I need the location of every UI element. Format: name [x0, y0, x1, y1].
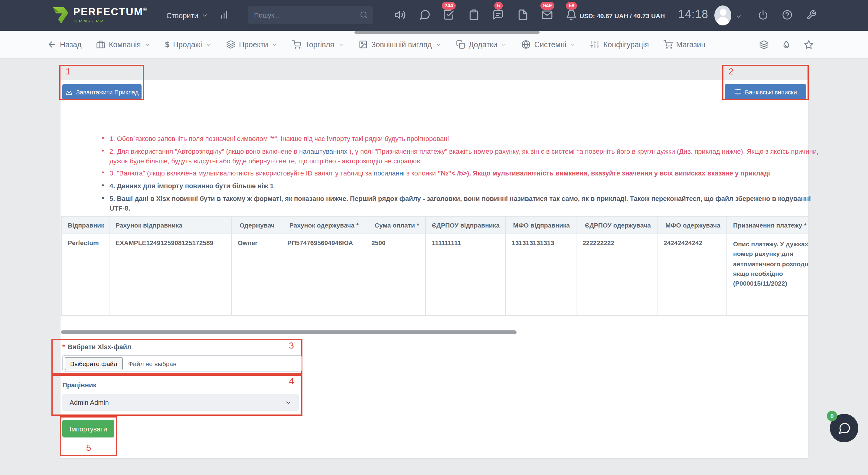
table-cell-payment-description: Опис платежу. У дужках - номер рахунку д… [727, 234, 808, 316]
search-box [248, 6, 373, 24]
nav-item-store[interactable]: Магазин [663, 40, 705, 49]
arrow-left-icon [47, 40, 56, 49]
nav-item-addons[interactable]: Додатки [456, 40, 507, 49]
annotation-box-1: 1 [59, 65, 144, 100]
clock: 14:18 [678, 8, 708, 21]
table-cell: 24242424242 [657, 234, 727, 316]
worker-label: Працівник [62, 381, 96, 388]
tasks-icon[interactable]: 244 [443, 9, 454, 21]
module-nav: Назад Компанія $ Продажі Проекти Торгівл… [0, 31, 868, 59]
instruction-5: 5. Ваші дані в Xlsx повинні бути в таком… [102, 194, 825, 213]
chevron-down-icon [435, 41, 441, 48]
file-field-label: * Вибрати Xlsx-файл [62, 341, 131, 352]
nav-item-projects[interactable]: Проекти [226, 40, 278, 49]
clipboard-icon[interactable] [468, 9, 480, 21]
document-icon[interactable] [517, 9, 529, 21]
briefcase-icon [96, 40, 105, 49]
currencies-link[interactable]: посиланні [374, 170, 405, 177]
image-icon [359, 40, 368, 49]
table-cell: EXAMPLE1249125908125172589 [109, 234, 231, 316]
annotation-number-5: 5 [61, 443, 116, 453]
chat-unread-badge: 0 [827, 411, 837, 421]
import-button[interactable]: Імпортувати [62, 420, 114, 438]
choose-file-button[interactable]: Выберите файл [65, 357, 123, 370]
star-icon[interactable] [804, 40, 813, 49]
nav-item-configuration[interactable]: Конфігурація [591, 40, 649, 49]
cart-icon [292, 40, 301, 49]
comments-icon[interactable]: 5 [492, 9, 504, 21]
table-cell: 131313131313 [505, 234, 576, 316]
worker-selected-value: Admin Admin [69, 399, 109, 406]
horizontal-scrollbar[interactable] [354, 31, 539, 34]
required-asterisk: * [62, 343, 65, 350]
chat-bubble-icon [837, 421, 851, 435]
nav-item-system[interactable]: Системні [522, 40, 576, 49]
volume-icon[interactable] [394, 9, 406, 21]
nav-item-company[interactable]: Компанія [96, 40, 151, 49]
chevron-down-icon [285, 399, 291, 406]
table-header-cell: Одержувач [231, 216, 281, 234]
file-status-text: Файл не выбран [128, 360, 177, 367]
tools-icon[interactable] [806, 10, 816, 20]
perfectum-logo-icon[interactable] [51, 5, 70, 25]
brand-name[interactable]: PERFECTUM® [73, 6, 147, 18]
settings-link[interactable]: налаштуваннях [299, 147, 347, 155]
nav-item-trade[interactable]: Торгівля [292, 40, 344, 49]
copy-icon [456, 40, 465, 49]
table-cell: 222222222 [576, 234, 657, 316]
table-header-cell: МФО одержувача [657, 216, 727, 234]
notifications-icon[interactable]: 58 [565, 9, 577, 21]
example-table: Відправник Рахунок відправника Одержувач… [61, 216, 808, 316]
help-icon[interactable] [782, 10, 793, 20]
annotation-number-2: 2 [728, 66, 734, 77]
chevron-down-icon [338, 41, 344, 48]
bar-chart-icon[interactable] [219, 10, 229, 20]
table-header-cell: ЄДРПОУ відправника [426, 216, 505, 234]
mail-badge: 949 [540, 2, 554, 9]
import-instructions: 1. Обов`язково заповніть поля позначені … [78, 134, 825, 229]
top-header: PERFECTUM® CRM•ERP Створити 244 5 [0, 0, 868, 31]
search-input[interactable] [248, 6, 373, 24]
table-header-cell: Рахунок відправника [109, 216, 231, 234]
layers-icon [226, 40, 235, 49]
example-table-wrap: Відправник Рахунок відправника Одержувач… [61, 216, 808, 318]
worker-select[interactable]: Admin Admin [62, 394, 299, 411]
nav-item-back[interactable]: Назад [47, 40, 82, 49]
mail-icon[interactable]: 949 [541, 9, 553, 21]
table-cell: 111111111 [426, 234, 505, 316]
table-cell: Perfectum [61, 234, 109, 316]
table-cell: Owner [231, 234, 281, 316]
chevron-down-icon [201, 12, 208, 19]
search-icon[interactable] [360, 11, 368, 19]
chevron-down-icon [206, 41, 212, 48]
annotation-number-3: 3 [289, 341, 294, 351]
dollar-icon: $ [165, 40, 169, 49]
nav-item-appearance[interactable]: Зовнішній вигляд [359, 40, 441, 49]
chat-icon[interactable] [419, 9, 431, 21]
xlsx-file-input[interactable]: Выберите файл Файл не выбран [62, 355, 302, 372]
table-row: Perfectum EXAMPLE1249125908125172589 Own… [61, 234, 808, 316]
currency-rate[interactable]: USD: 40.67 UAH / 40.73 UAH [580, 0, 665, 31]
comments-badge: 5 [494, 2, 502, 9]
layers-icon[interactable] [759, 40, 769, 49]
sliders-icon [591, 40, 600, 49]
table-cell: 2500 [365, 234, 426, 316]
flame-icon[interactable] [781, 40, 791, 49]
chevron-down-icon[interactable] [736, 13, 742, 20]
table-horizontal-scrollbar[interactable] [61, 330, 517, 334]
registered-mark: ® [143, 7, 147, 12]
annotation-box-2: 2 [722, 65, 808, 100]
table-header-cell: Рахунок одержувача * [281, 216, 365, 234]
table-cell: РП5747695694948ЮА [281, 234, 365, 316]
nav-item-sales[interactable]: $ Продажі [165, 40, 212, 49]
instruction-2: 2. Для використання "Авторозподілу" (якщ… [102, 146, 825, 166]
page: PERFECTUM® CRM•ERP Створити 244 5 [0, 0, 868, 475]
brand-tagline: CRM•ERP [74, 19, 105, 23]
power-icon[interactable] [758, 10, 768, 20]
create-button[interactable]: Створити [166, 0, 208, 31]
chevron-down-icon [272, 41, 278, 48]
avatar[interactable] [714, 5, 731, 25]
annotation-number-1: 1 [66, 66, 71, 77]
globe-icon [522, 40, 531, 49]
cart-icon [663, 40, 673, 49]
